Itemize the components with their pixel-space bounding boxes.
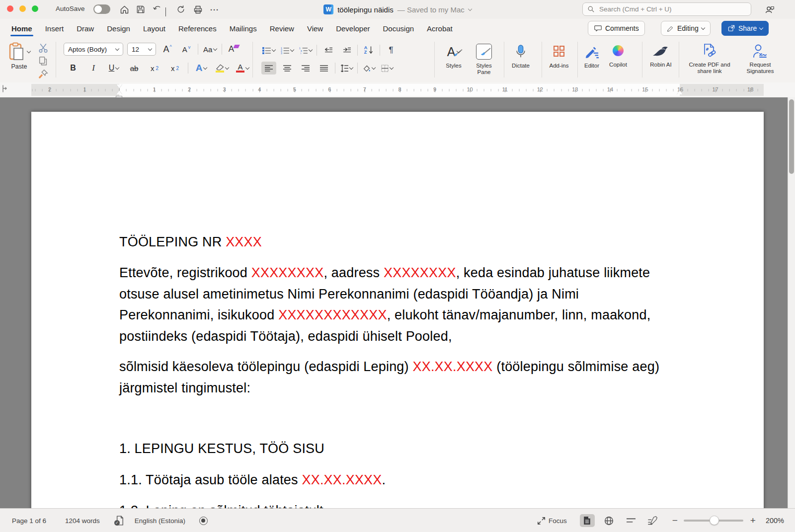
print-layout-view-button[interactable] xyxy=(580,514,595,527)
font-name-combo[interactable]: Aptos (Body) xyxy=(64,43,123,56)
paste-button[interactable]: Paste xyxy=(8,42,30,70)
web-layout-view-button[interactable] xyxy=(602,514,617,527)
macro-record-icon[interactable] xyxy=(199,517,208,525)
bold-button[interactable]: B xyxy=(66,62,80,75)
show-formatting-marks-button[interactable]: ¶ xyxy=(384,44,398,57)
more-toolbar-commands-button[interactable]: ··· xyxy=(208,3,222,16)
close-window-button[interactable] xyxy=(7,5,13,12)
justify-button[interactable] xyxy=(317,62,331,75)
align-right-button[interactable] xyxy=(298,62,313,75)
status-bar: Page 1 of 6 1204 words ✓ English (Estoni… xyxy=(0,508,795,532)
zoom-slider-knob[interactable] xyxy=(710,516,719,525)
align-left-button[interactable] xyxy=(261,62,276,75)
print-button[interactable] xyxy=(191,3,205,16)
tab-docusign[interactable]: Docusign xyxy=(377,20,421,37)
tab-layout[interactable]: Layout xyxy=(137,20,172,37)
copilot-button[interactable]: Copilot xyxy=(605,43,631,68)
tab-design[interactable]: Design xyxy=(100,20,137,37)
multilevel-list-button[interactable]: 1ai xyxy=(298,44,313,57)
robin-ai-button[interactable]: Robin AI xyxy=(646,43,676,68)
line-spacing-button[interactable] xyxy=(339,62,354,75)
tab-acrobat[interactable]: Acrobat xyxy=(420,20,459,37)
comments-button[interactable]: Comments xyxy=(588,21,645,36)
document-page[interactable]: TÖÖLEPING NR XXXX Ettevõte, registrikood… xyxy=(31,112,764,508)
borders-button[interactable] xyxy=(380,62,395,75)
format-painter-button[interactable] xyxy=(38,69,49,79)
draft-view-button[interactable] xyxy=(645,514,660,527)
font-color-button[interactable]: A xyxy=(235,62,250,75)
decrease-indent-button[interactable] xyxy=(320,44,335,57)
tab-draw[interactable]: Draw xyxy=(70,20,100,37)
dictate-button[interactable]: Dictate xyxy=(508,43,534,69)
tab-insert[interactable]: Insert xyxy=(39,20,71,37)
underline-button[interactable]: U xyxy=(106,62,121,75)
tab-view[interactable]: View xyxy=(301,20,329,37)
request-signatures-label: Request Signatures xyxy=(739,62,781,75)
styles-pane-button[interactable]: Styles Pane xyxy=(469,43,499,76)
scrollbar-thumb[interactable] xyxy=(789,99,794,174)
horizontal-ruler[interactable]: 21123456789101112131415161718 xyxy=(0,82,795,98)
bullets-button[interactable] xyxy=(261,44,276,57)
doc-clause-1-1: 1.1. Töötaja asub tööle alates XX.XX.XXX… xyxy=(119,469,386,491)
autosave-toggle[interactable] xyxy=(93,4,110,14)
outline-view-button[interactable] xyxy=(624,514,638,527)
zoom-out-button[interactable]: − xyxy=(672,515,678,526)
grow-font-button[interactable]: A^ xyxy=(160,43,175,56)
cut-button[interactable] xyxy=(38,43,49,54)
hanging-indent-marker[interactable] xyxy=(116,90,122,94)
strikethrough-button[interactable]: ab xyxy=(127,62,142,75)
zoom-slider[interactable] xyxy=(684,520,743,522)
subscript-button[interactable]: x2 xyxy=(147,62,162,75)
text-effects-button[interactable]: A xyxy=(194,62,209,75)
italic-button[interactable]: I xyxy=(86,62,101,75)
first-line-indent-marker[interactable] xyxy=(116,84,122,88)
language-selector[interactable]: English (Estonia) xyxy=(135,517,185,525)
search-box[interactable] xyxy=(582,2,751,16)
tab-home[interactable]: Home xyxy=(5,20,39,37)
right-indent-marker[interactable] xyxy=(677,90,683,94)
page-count[interactable]: Page 1 of 6 xyxy=(12,517,46,525)
search-input[interactable] xyxy=(598,5,746,13)
shading-button[interactable] xyxy=(361,62,376,75)
share-label: Share xyxy=(738,24,757,32)
copy-button[interactable] xyxy=(38,56,49,67)
highlight-color-button[interactable] xyxy=(214,62,230,75)
feedback-person-icon[interactable] xyxy=(764,4,775,15)
share-button[interactable]: Share xyxy=(721,21,769,36)
increase-indent-button[interactable] xyxy=(339,44,354,57)
minimize-window-button[interactable] xyxy=(19,5,26,12)
focus-mode-button[interactable]: Focus xyxy=(537,517,567,525)
request-signatures-button[interactable]: Request Signatures xyxy=(739,43,781,75)
zoom-window-button[interactable] xyxy=(32,5,38,12)
tab-review[interactable]: Review xyxy=(263,20,301,37)
create-pdf-button[interactable]: Create PDF and share link xyxy=(682,43,737,75)
undo-button[interactable] xyxy=(150,3,164,16)
tab-developer[interactable]: Developer xyxy=(329,20,376,37)
zoom-in-button[interactable]: + xyxy=(750,515,756,526)
home-start-button[interactable] xyxy=(117,3,131,16)
sort-button[interactable]: AZ xyxy=(361,44,376,57)
tab-references[interactable]: References xyxy=(172,20,223,37)
editing-mode-button[interactable]: Editing xyxy=(661,21,711,36)
paste-menu-chevron[interactable] xyxy=(27,49,31,53)
superscript-button[interactable]: x2 xyxy=(167,62,182,75)
align-center-button[interactable] xyxy=(280,62,295,75)
numbering-button[interactable]: 123 xyxy=(280,44,295,57)
print-icon xyxy=(193,4,203,15)
editor-button[interactable]: Editor xyxy=(580,43,603,69)
font-size-combo[interactable]: 12 xyxy=(127,43,156,56)
save-button[interactable] xyxy=(134,3,148,16)
redo-button[interactable] xyxy=(174,3,188,16)
change-case-button[interactable]: Aa xyxy=(202,43,218,56)
proofing-status-icon[interactable]: ✓ xyxy=(116,516,124,526)
undo-menu-chevron[interactable] xyxy=(165,7,166,16)
underline-menu-chevron[interactable] xyxy=(115,66,119,70)
addins-button[interactable]: Add-ins xyxy=(546,43,572,69)
word-count[interactable]: 1204 words xyxy=(65,517,100,525)
clear-formatting-button[interactable]: A xyxy=(226,43,241,56)
styles-button[interactable]: A Styles xyxy=(439,43,468,69)
vertical-scrollbar[interactable] xyxy=(788,97,795,508)
zoom-level[interactable]: 200% xyxy=(766,517,784,525)
tab-mailings[interactable]: Mailings xyxy=(223,20,263,37)
shrink-font-button[interactable]: Av xyxy=(179,43,194,56)
